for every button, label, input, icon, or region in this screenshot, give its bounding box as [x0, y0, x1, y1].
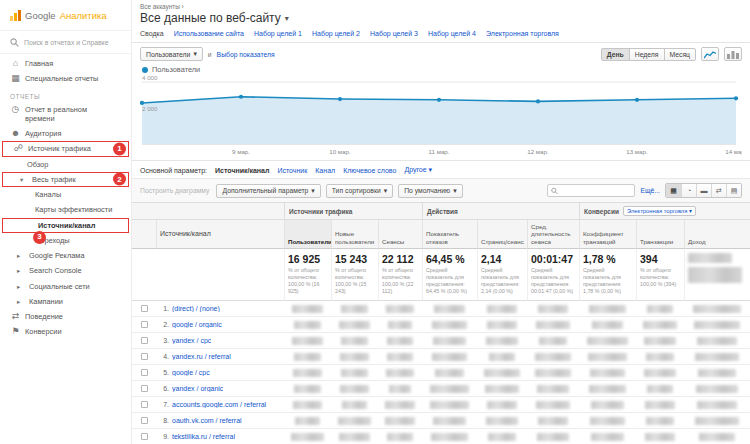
primary-dimension-bar: Основной параметр: Источник/каналИсточни…	[132, 161, 750, 178]
row-checkbox[interactable]	[141, 401, 148, 408]
sidebar-item-campaigns[interactable]: ▸Кампании	[0, 294, 131, 309]
table-row-name: 2.google / organic	[156, 317, 284, 333]
sidebar-item-search-console[interactable]: ▸Search Console	[0, 263, 131, 278]
source-medium-link[interactable]: accounts.google.com / referral	[172, 401, 266, 408]
chevron-right-icon: ▸	[17, 282, 25, 291]
blurred-cell	[331, 333, 378, 349]
chevron-down-icon[interactable]: ▾	[285, 14, 289, 23]
sidebar-item-overview[interactable]: Обзор	[0, 157, 131, 172]
sidebar-item-all-traffic[interactable]: ▾Весь трафик2	[2, 172, 129, 187]
summary-note: Средний показатель для представления: 1,…	[583, 267, 633, 295]
blurred-cell	[477, 333, 527, 349]
dimension-option-2[interactable]: Источник	[277, 167, 307, 174]
blurred-value	[386, 369, 413, 377]
sidebar-item-behavior[interactable]: ⇄Поведение	[0, 309, 131, 324]
secondary-dimension-button[interactable]: Дополнительный параметр ▾	[216, 184, 320, 198]
sidebar-search[interactable]: Поиск в отчетах и Справке	[0, 30, 131, 54]
dimension-option-1[interactable]: Источник/канал	[215, 167, 269, 174]
dimension-option-3[interactable]: Канал	[315, 167, 335, 174]
source-medium-link[interactable]: tekstilika.ru / referral	[172, 433, 235, 440]
plot-rows-button[interactable]: Построить диаграмму	[140, 187, 209, 194]
sidebar-item-social[interactable]: ▸Социальные сети	[0, 279, 131, 294]
pivot-view-icon[interactable]: ▤	[726, 184, 741, 197]
performance-view-icon[interactable]: ▬	[696, 184, 711, 197]
table-searchbox[interactable]	[547, 184, 635, 197]
column-header-7[interactable]: Коэффициент транзакций	[579, 220, 636, 249]
sidebar-item-label: Кампании	[29, 297, 63, 306]
sidebar-item-label: Источник трафика	[28, 144, 91, 153]
dimension-option-5[interactable]: Другое ▾	[404, 166, 432, 174]
sidebar-item-audience[interactable]: ☻Аудитория	[0, 126, 131, 141]
sidebar-item-home[interactable]: ⌂Главная	[0, 56, 131, 71]
blurred-cell	[579, 381, 636, 397]
column-header-5[interactable]: Страниц/сеанс	[477, 220, 527, 249]
source-medium-link[interactable]: yandex / organic	[172, 385, 223, 392]
motion-chart-view-icon[interactable]	[724, 47, 742, 61]
advanced-search-link[interactable]: Ещё...	[640, 187, 660, 194]
tab-7[interactable]: Электронная торговля	[486, 30, 559, 37]
line-chart-view-icon[interactable]	[701, 47, 719, 61]
comparison-view-icon[interactable]: ⇄	[711, 184, 726, 197]
sidebar-item-source-medium[interactable]: Источник/канал3	[2, 218, 129, 233]
percentage-view-icon[interactable]: ◔	[681, 184, 696, 197]
tab-2[interactable]: Использование сайта	[174, 30, 244, 37]
row-checkbox[interactable]	[141, 353, 148, 360]
row-checkbox[interactable]	[141, 433, 148, 440]
metric-selector-button[interactable]: Пользователи ▾	[140, 47, 203, 61]
blurred-cell	[477, 397, 527, 413]
column-header-source-medium[interactable]: Источник/канал	[156, 220, 284, 249]
tab-1[interactable]: Сводка	[140, 30, 164, 37]
granularity-button-день[interactable]: День	[601, 48, 630, 61]
source-medium-link[interactable]: google / cpc	[172, 369, 210, 376]
column-header-4[interactable]: Показатель отказов	[422, 220, 477, 249]
source-medium-link[interactable]: (direct) / (none)	[172, 305, 220, 312]
column-header-1[interactable]: Пользователи↓	[284, 220, 331, 249]
sidebar-item-label: Карты эффективности	[35, 205, 112, 214]
tab-6[interactable]: Набор целей 4	[428, 30, 476, 37]
sidebar-item-google-ads[interactable]: ▸Google Реклама	[0, 248, 131, 263]
blurred-cell	[684, 413, 750, 429]
tab-3[interactable]: Набор целей 1	[254, 30, 302, 37]
tab-4[interactable]: Набор целей 2	[312, 30, 360, 37]
dimension-option-4[interactable]: Ключевое слово	[343, 167, 396, 174]
source-medium-link[interactable]: google / organic	[172, 321, 222, 328]
row-checkbox[interactable]	[141, 369, 148, 376]
sort-default-button[interactable]: По умолчанию ▾	[398, 184, 462, 198]
conversions-goal-select[interactable]: Электронная торговля ▾	[623, 206, 696, 216]
column-header-2[interactable]: Новые пользователи	[331, 220, 378, 249]
blurred-cell	[579, 317, 636, 333]
breadcrumb[interactable]: Все аккаунты ›	[132, 0, 750, 10]
row-checkbox[interactable]	[141, 337, 148, 344]
row-checkbox[interactable]	[141, 417, 148, 424]
row-checkbox[interactable]	[141, 305, 148, 312]
table-search-input[interactable]	[561, 186, 631, 195]
sidebar-item-channels[interactable]: Каналы	[0, 187, 131, 202]
summary-value: 394	[640, 253, 681, 265]
row-checkbox[interactable]	[141, 385, 148, 392]
sidebar-item-acquisition[interactable]: ☍Источник трафика1	[2, 141, 129, 156]
granularity-button-неделя[interactable]: Неделя	[629, 48, 665, 61]
blurred-cell	[284, 301, 331, 317]
sidebar-item-custom-reports[interactable]: ▦Специальные отчеты	[0, 71, 131, 86]
blurred-cell	[422, 365, 477, 381]
blurred-value	[340, 385, 370, 393]
sidebar-item-treemaps[interactable]: Карты эффективности	[0, 202, 131, 217]
column-header-6[interactable]: Сред. длительность сеанса	[527, 220, 579, 249]
row-checkbox[interactable]	[141, 321, 148, 328]
tab-5[interactable]: Набор целей 3	[370, 30, 418, 37]
source-medium-link[interactable]: yandex / cpc	[172, 337, 211, 344]
select-metric-link[interactable]: Выбор показателя	[217, 51, 275, 58]
acquisition-icon: ☍	[13, 144, 24, 153]
sidebar-item-realtime[interactable]: ◷Отчет в реальном времени	[0, 102, 131, 127]
sort-type-button[interactable]: Тип сортировки ▾	[326, 184, 393, 198]
blurred-cell	[477, 317, 527, 333]
source-medium-link[interactable]: oauth.vk.com / referral	[172, 417, 242, 424]
source-medium-link[interactable]: yandex.ru / referral	[172, 353, 231, 360]
column-header-8[interactable]: Транзакции	[636, 220, 684, 249]
sidebar-item-conversions[interactable]: ⚑Конверсии	[0, 324, 131, 339]
column-header-9[interactable]: Доход	[684, 220, 750, 249]
column-header-3[interactable]: Сеансы	[378, 220, 422, 249]
granularity-button-месяц[interactable]: Месяц	[664, 48, 697, 61]
sidebar-item-referrals[interactable]: Переходы	[0, 233, 131, 248]
data-table-view-icon[interactable]: ▦	[666, 184, 681, 197]
